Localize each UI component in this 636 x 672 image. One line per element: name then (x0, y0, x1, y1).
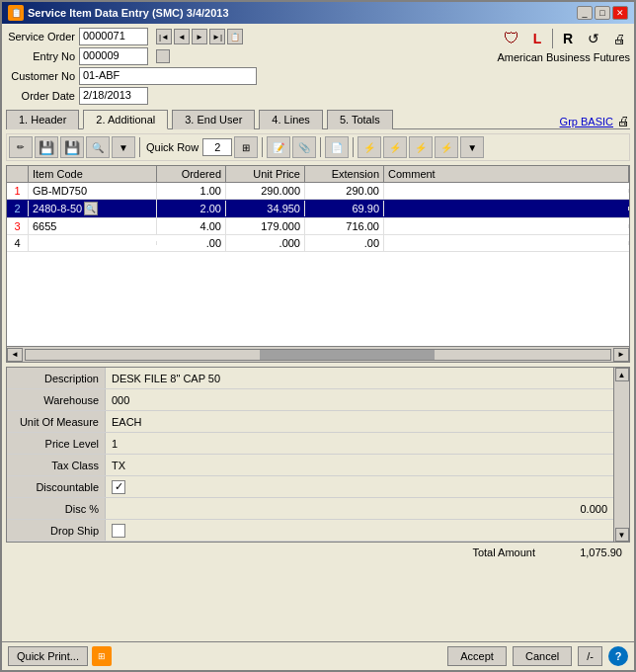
tabs: 1. Header 2. Additional 3. End User 4. L… (6, 109, 395, 128)
row4-unit-price[interactable]: .000 (226, 235, 305, 251)
row2-comment[interactable] (384, 207, 629, 210)
order-date-value[interactable]: 2/18/2013 (79, 87, 148, 105)
h-scrollbar-thumb[interactable] (260, 350, 436, 360)
detail-dropship-value[interactable] (106, 522, 131, 540)
row4-extension[interactable]: .00 (305, 235, 384, 251)
toolbar-save-button[interactable]: 💾 (35, 136, 58, 158)
app-icon: 📋 (8, 5, 24, 21)
toolbar-separator (139, 137, 140, 157)
row1-extension[interactable]: 290.00 (305, 183, 384, 199)
nav-next-button[interactable]: ► (192, 29, 207, 44)
print-tab-icon[interactable]: 🖨 (617, 114, 630, 128)
order-date-row: Order Date 2/18/2013 (6, 87, 257, 105)
toolbar-import-button[interactable]: 📄 (325, 136, 349, 158)
search-icon[interactable]: 🔍 (84, 202, 98, 215)
tab-additional[interactable]: 2. Additional (83, 110, 168, 129)
service-order-label: Service Order (6, 31, 75, 42)
company-name: American Business Futures (498, 51, 631, 63)
shield-icon[interactable]: 🛡 (501, 28, 522, 49)
row4-ordered[interactable]: .00 (157, 235, 226, 251)
refresh-icon[interactable]: ↺ (583, 28, 604, 49)
toolbar-note-button[interactable]: 📝 (267, 136, 290, 158)
dropship-checkbox[interactable] (112, 524, 125, 538)
nav-first-button[interactable]: |◄ (156, 29, 172, 44)
quick-row-input[interactable] (202, 138, 232, 156)
row3-unit-price[interactable]: 179.000 (226, 218, 305, 234)
row1-comment[interactable] (384, 189, 629, 193)
nav-last-button[interactable]: ►| (209, 29, 225, 44)
letter-l-icon[interactable]: L (526, 28, 548, 49)
windows-icon[interactable]: ⊞ (92, 646, 112, 666)
nav-prev-button[interactable]: ◄ (174, 29, 190, 44)
toolbar-edit-button[interactable]: ✏ (9, 136, 33, 158)
grid-col-item-code: Item Code (29, 166, 157, 182)
maximize-button[interactable]: □ (595, 6, 610, 20)
detail-dropship-row: Drop Ship (7, 520, 613, 542)
toolbar-attach-button[interactable]: 📎 (292, 136, 316, 158)
row4-item-code[interactable] (29, 241, 157, 245)
row3-item-code[interactable]: 6655 (29, 218, 157, 234)
row1-unit-price[interactable]: 290.000 (226, 183, 305, 199)
quick-row-label: Quick Row (146, 141, 199, 153)
grp-basic-link[interactable]: Grp BASIC (560, 116, 613, 127)
customer-no-value[interactable]: 01-ABF (79, 67, 257, 85)
row3-ordered[interactable]: 4.00 (157, 218, 226, 234)
toolbar-action3-button[interactable]: ⚡ (409, 136, 433, 158)
detail-discountable-value[interactable] (106, 478, 131, 496)
scroll-left-button[interactable]: ◄ (7, 348, 23, 362)
toolbar-separator4 (353, 137, 354, 157)
detail-disc-value[interactable]: 0.000 (106, 501, 613, 517)
detail-uom-value[interactable]: EACH (106, 414, 613, 430)
table-row[interactable]: 1 GB-MD750 1.00 290.000 290.00 (7, 183, 629, 200)
service-order-value[interactable]: 0000071 (79, 28, 148, 45)
tab-lines[interactable]: 4. Lines (259, 110, 323, 129)
entry-no-checkbox[interactable] (156, 49, 170, 63)
table-row[interactable]: 3 6655 4.00 179.000 716.00 (7, 218, 629, 235)
cancel-button[interactable]: Cancel (513, 646, 572, 666)
row1-ordered[interactable]: 1.00 (157, 183, 226, 199)
toolbar-save2-button[interactable]: 💾 (60, 136, 84, 158)
tab-end-user[interactable]: 3. End User (172, 110, 255, 129)
toolbar-grid-button[interactable]: ⊞ (234, 136, 258, 158)
dash-button[interactable]: /- (578, 646, 602, 666)
nav-new-button[interactable]: 📋 (227, 29, 243, 44)
table-row[interactable]: 2 2480-8-50 🔍 2.00 34.950 69.90 (7, 200, 629, 218)
row3-extension[interactable]: 716.00 (305, 218, 384, 234)
v-scroll-track[interactable] (616, 381, 628, 528)
quick-print-button[interactable]: Quick Print... (8, 646, 88, 666)
discountable-checkbox[interactable] (112, 480, 125, 494)
accept-button[interactable]: Accept (447, 646, 507, 666)
toolbar-action1-button[interactable]: ⚡ (358, 136, 381, 158)
detail-warehouse-value[interactable]: 000 (106, 392, 613, 408)
close-button[interactable]: ✕ (612, 6, 628, 20)
detail-description-value[interactable]: DESK FILE 8" CAP 50 (106, 371, 613, 386)
minimize-button[interactable]: _ (577, 6, 593, 20)
tab-header[interactable]: 1. Header (6, 110, 79, 129)
row1-item-code[interactable]: GB-MD750 (29, 183, 157, 199)
detail-tax-class-value[interactable]: TX (106, 458, 613, 473)
h-scrollbar[interactable] (25, 349, 611, 361)
detail-price-level-value[interactable]: 1 (106, 436, 613, 452)
row3-comment[interactable] (384, 224, 629, 228)
row2-ordered[interactable]: 2.00 (157, 201, 226, 216)
toolbar-separator2 (262, 137, 263, 157)
toolbar-dropdown-button[interactable]: ▼ (460, 136, 484, 158)
print-icon[interactable]: 🖨 (608, 28, 630, 49)
help-button[interactable]: ? (608, 646, 628, 666)
row2-item-code[interactable]: 2480-8-50 🔍 (29, 200, 157, 217)
toolbar-action2-button[interactable]: ⚡ (383, 136, 407, 158)
scroll-up-button[interactable]: ▲ (615, 368, 629, 381)
scroll-right-button[interactable]: ► (613, 348, 629, 362)
scroll-down-button[interactable]: ▼ (615, 528, 629, 542)
toolbar-action4-button[interactable]: ⚡ (435, 136, 458, 158)
toolbar-filter-button[interactable]: 🔍 (86, 136, 110, 158)
toolbar-arrow-button[interactable]: ▼ (112, 136, 135, 158)
table-row[interactable]: 4 .00 .000 .00 (7, 235, 629, 252)
row2-unit-price[interactable]: 34.950 (226, 201, 305, 216)
row4-comment[interactable] (384, 241, 629, 245)
letter-r-icon[interactable]: R (557, 28, 579, 49)
tab-totals[interactable]: 5. Totals (327, 110, 393, 129)
entry-no-value[interactable]: 000009 (79, 47, 148, 65)
customer-no-label: Customer No (6, 70, 75, 82)
row2-extension[interactable]: 69.90 (305, 201, 384, 216)
